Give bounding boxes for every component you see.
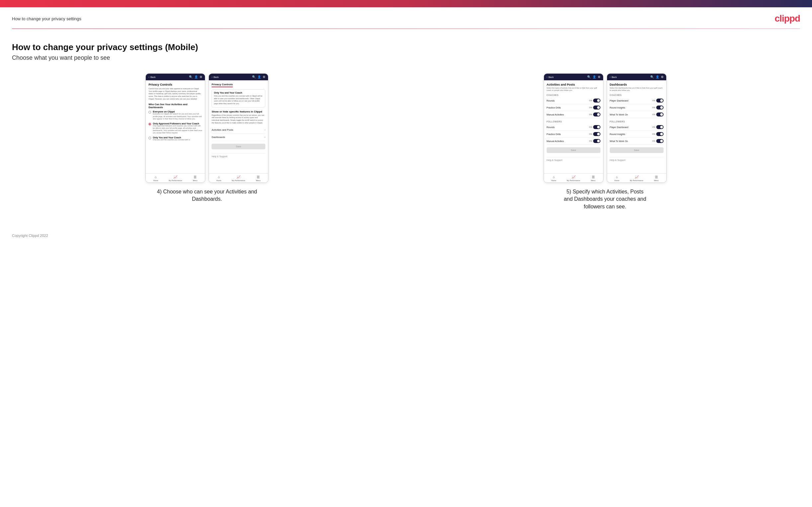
screen3-nav: ‹ Back 🔍 👤 ⚙ — [544, 74, 603, 80]
save-button-3[interactable]: Save — [547, 147, 601, 153]
bottom-nav-menu-1[interactable]: ☰ Menu — [185, 175, 205, 181]
info-desc: Only you and the coaches you connect wit… — [214, 95, 263, 105]
user-icon-4[interactable]: 👤 — [656, 75, 659, 79]
menu-activities[interactable]: Activities and Posts › — [211, 126, 265, 134]
screen4-bottom-nav: ⌂ Home 📈 My Performance ☰ Menu — [607, 173, 666, 182]
home-label-3: Home — [551, 179, 556, 181]
screen2-tab[interactable]: Privacy Controls — [211, 83, 233, 87]
toggle-work-on-coaches: What To Work On ON — [610, 111, 664, 118]
copyright: Copyright Clippd 2022 — [12, 234, 800, 238]
search-icon[interactable]: 🔍 — [189, 75, 193, 79]
screen4-back-label: Back — [611, 76, 617, 78]
search-icon-4[interactable]: 🔍 — [650, 75, 654, 79]
bottom-nav-home-2[interactable]: ⌂ Home — [209, 175, 229, 181]
bottom-nav-performance-1[interactable]: 📈 My Performance — [166, 175, 185, 181]
bottom-nav-menu-3[interactable]: ☰ Menu — [583, 175, 603, 181]
settings-icon-2[interactable]: ⚙ — [263, 75, 265, 79]
player-dash-followers-on: ON — [652, 126, 655, 128]
screen-2: ‹ Back 🔍 👤 ⚙ Privacy Controls Only You a… — [209, 73, 268, 183]
screen-3: ‹ Back 🔍 👤 ⚙ Activities and Posts Select… — [544, 73, 603, 183]
save-button-2[interactable]: Save — [211, 144, 265, 149]
bottom-nav-menu-4[interactable]: ☰ Menu — [646, 175, 666, 181]
settings-icon-3[interactable]: ⚙ — [598, 75, 601, 79]
menu-icon-4: ☰ — [655, 175, 658, 179]
bottom-nav-performance-3[interactable]: 📈 My Performance — [564, 175, 583, 181]
manual-followers-toggle[interactable] — [593, 139, 601, 143]
activities-label: Activities and Posts — [211, 128, 233, 131]
radio-coach-only[interactable]: Only You and Your Coach Only you and the… — [148, 136, 202, 141]
drills-followers-label: Practice Drills — [547, 133, 561, 135]
rounds-coaches-label: Rounds — [547, 100, 555, 102]
radio-everyone[interactable]: Everyone on Clippd Everyone on Clippd ca… — [148, 111, 202, 120]
screen4-nav: ‹ Back 🔍 👤 ⚙ — [607, 74, 666, 80]
settings-icon-4[interactable]: ⚙ — [661, 75, 664, 79]
radio-followers-btn[interactable] — [148, 123, 151, 125]
screen3-body: Activities and Posts Select the types of… — [544, 80, 603, 173]
help-support-4: Help & Support — [610, 157, 664, 162]
toggle-player-dash-followers: Player Dashboard ON — [610, 124, 664, 131]
round-insights-followers-toggle[interactable] — [656, 132, 664, 136]
player-dash-followers-toggle[interactable] — [656, 125, 664, 129]
page-subtitle: Choose what you want people to see — [12, 54, 800, 61]
user-icon-2[interactable]: 👤 — [257, 75, 261, 79]
screenshot-group-2: ‹ Back 🔍 👤 ⚙ Activities and Posts Select… — [410, 73, 800, 210]
save-button-4[interactable]: Save — [610, 147, 664, 153]
work-on-followers-label: What To Work On — [610, 140, 628, 143]
work-on-coaches-toggle[interactable] — [656, 112, 664, 116]
player-dash-coaches-toggle[interactable] — [656, 99, 664, 103]
dashboards-title: Dashboards — [610, 83, 664, 86]
bottom-nav-performance-2[interactable]: 📈 My Performance — [229, 175, 248, 181]
radio-followers[interactable]: Only Approved Followers and Your Coach O… — [148, 122, 202, 134]
work-on-coaches-label: What To Work On — [610, 113, 628, 116]
radio-coach-only-btn[interactable] — [148, 137, 151, 139]
toggle-player-dash-coaches: Player Dashboard ON — [610, 97, 664, 104]
radio-followers-desc: Only approved followers and coaches you … — [153, 125, 202, 134]
radio-coach-only-label: Only You and Your Coach — [153, 136, 190, 139]
screen2-body: Privacy Controls Only You and Your Coach… — [209, 80, 268, 173]
bottom-nav-home-3[interactable]: ⌂ Home — [544, 175, 564, 181]
radio-everyone-btn[interactable] — [148, 111, 151, 113]
dashboards-label: Dashboards — [211, 136, 225, 139]
drills-followers-toggle[interactable] — [593, 132, 601, 136]
coaches-label-3: COACHES — [547, 94, 601, 96]
bottom-nav-home-4[interactable]: ⌂ Home — [607, 175, 627, 181]
screen2-bottom-nav: ⌂ Home 📈 My Performance ☰ Menu — [209, 173, 268, 182]
drills-coaches-label: Practice Drills — [547, 107, 561, 109]
screen2-nav: ‹ Back 🔍 👤 ⚙ — [209, 74, 268, 80]
rounds-coaches-toggle[interactable] — [593, 99, 601, 103]
activities-title: Activities and Posts — [547, 83, 601, 86]
player-dash-coaches-label: Player Dashboard — [610, 100, 628, 102]
player-dash-followers-label: Player Dashboard — [610, 126, 628, 128]
show-hide-desc: Regardless of the privacy controls that … — [211, 114, 265, 124]
bottom-nav-home-1[interactable]: ⌂ Home — [146, 175, 165, 181]
manual-coaches-on: ON — [589, 113, 592, 115]
bottom-nav-menu-2[interactable]: ☰ Menu — [248, 175, 268, 181]
caption5-line3: followers can see. — [584, 204, 626, 209]
rounds-followers-toggle[interactable] — [593, 125, 601, 129]
screen1-nav: ‹ Back 🔍 👤 ⚙ — [146, 74, 205, 80]
search-icon-3[interactable]: 🔍 — [587, 75, 591, 79]
screen1-body: Privacy Controls Control how you and you… — [146, 80, 205, 173]
performance-label: My Performance — [169, 179, 182, 181]
bottom-nav-performance-4[interactable]: 📈 My Performance — [627, 175, 646, 181]
toggle-round-insights-followers: Round Insights ON — [610, 131, 664, 138]
manual-coaches-toggle[interactable] — [593, 112, 601, 116]
breadcrumb: How to change your privacy settings — [12, 16, 81, 21]
toggle-drills-coaches: Practice Drills ON — [547, 104, 601, 111]
radio-followers-label: Only Approved Followers and Your Coach — [153, 122, 202, 125]
player-dash-coaches-on: ON — [652, 100, 655, 102]
chart-icon-4: 📈 — [635, 175, 639, 179]
menu-dashboards[interactable]: Dashboards › — [211, 134, 265, 141]
performance-label-4: My Performance — [630, 179, 643, 181]
user-icon-3[interactable]: 👤 — [593, 75, 596, 79]
manual-coaches-label: Manual Activities — [547, 113, 564, 116]
settings-icon[interactable]: ⚙ — [200, 75, 202, 79]
round-insights-coaches-toggle[interactable] — [656, 106, 664, 110]
drills-coaches-on: ON — [589, 107, 592, 109]
info-title: Only You and Your Coach — [214, 92, 263, 94]
user-icon[interactable]: 👤 — [194, 75, 198, 79]
drills-coaches-toggle[interactable] — [593, 106, 601, 110]
search-icon-2[interactable]: 🔍 — [252, 75, 256, 79]
work-on-followers-toggle[interactable] — [656, 139, 664, 143]
screen-1: ‹ Back 🔍 👤 ⚙ Privacy Controls Control ho… — [146, 73, 205, 183]
